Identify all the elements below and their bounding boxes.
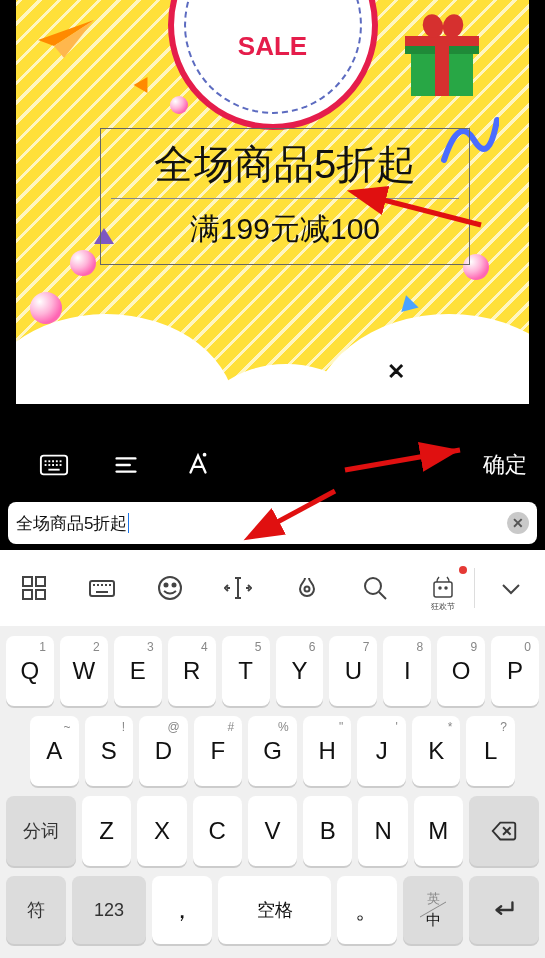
close-icon: ✕ (512, 515, 524, 531)
svg-point-19 (203, 453, 207, 457)
key-d[interactable]: @D (139, 716, 188, 786)
decor-ball-icon (170, 96, 188, 114)
key-c[interactable]: C (193, 796, 242, 866)
key-period[interactable]: 。 (337, 876, 397, 944)
key-r[interactable]: 4R (168, 636, 216, 706)
key-u[interactable]: 7U (329, 636, 377, 706)
ime-mascot-button[interactable]: 狂欢节 (415, 560, 471, 616)
sale-badge: SALE (168, 0, 378, 130)
key-s[interactable]: !S (85, 716, 134, 786)
svg-line-20 (345, 450, 460, 470)
ime-mascot-label: 狂欢节 (431, 601, 455, 612)
text-input-row: 全场商品5折起 ✕ (8, 502, 537, 544)
annotation-arrow-icon (340, 440, 470, 480)
svg-point-41 (445, 587, 447, 589)
key-m[interactable]: M (414, 796, 463, 866)
svg-rect-26 (90, 581, 114, 596)
align-tab-button[interactable] (90, 434, 162, 496)
key-k[interactable]: *K (412, 716, 461, 786)
key-enter[interactable] (469, 876, 539, 944)
close-icon: ✕ (387, 359, 405, 385)
notification-dot-icon (459, 566, 467, 574)
key-h[interactable]: "H (303, 716, 352, 786)
key-f[interactable]: #F (194, 716, 243, 786)
text-edit-toolbar: 确定 (0, 434, 545, 496)
cloud-decor (16, 314, 236, 404)
key-y[interactable]: 6Y (276, 636, 324, 706)
key-e[interactable]: 3E (114, 636, 162, 706)
svg-rect-25 (36, 590, 45, 599)
ime-toolbar: 狂欢节 (0, 550, 545, 626)
key-fenci[interactable]: 分词 (6, 796, 76, 866)
decor-ball-icon (30, 292, 62, 324)
key-p[interactable]: 0P (491, 636, 539, 706)
poster[interactable]: SALE 全场商品5折起 满199元减100 微 (16, 0, 529, 404)
ime-collapse-button[interactable] (483, 560, 539, 616)
decor-ball-icon (70, 250, 96, 276)
svg-line-38 (379, 592, 386, 599)
text-input-value[interactable]: 全场商品5折起 (16, 512, 127, 535)
ime-emoji-button[interactable] (142, 560, 198, 616)
key-w[interactable]: 2W (60, 636, 108, 706)
key-v[interactable]: V (248, 796, 297, 866)
close-text-edit-button[interactable]: ✕ (378, 354, 414, 390)
svg-point-33 (159, 577, 181, 599)
ime-search-button[interactable] (347, 560, 403, 616)
svg-rect-22 (23, 577, 32, 586)
svg-rect-39 (434, 582, 452, 597)
key-o[interactable]: 9O (437, 636, 485, 706)
key-z[interactable]: Z (82, 796, 131, 866)
soft-keyboard: 1Q2W3E4R5T6Y7U8I9O0P ~A!S@D#F%G"H'J*K?L … (0, 626, 545, 958)
ime-grid-button[interactable] (6, 560, 62, 616)
key-symbol[interactable]: 符 (6, 876, 66, 944)
svg-point-34 (165, 584, 168, 587)
key-comma[interactable]: ， (152, 876, 212, 944)
key-t[interactable]: 5T (222, 636, 270, 706)
paper-plane-icon (36, 18, 96, 58)
key-q[interactable]: 1Q (6, 636, 54, 706)
watermark: 微商海报 (427, 363, 507, 390)
key-backspace[interactable] (469, 796, 539, 866)
clear-input-button[interactable]: ✕ (507, 512, 529, 534)
decor-triangle-icon (134, 73, 155, 93)
key-j[interactable]: 'J (357, 716, 406, 786)
key-numeric[interactable]: 123 (72, 876, 146, 944)
key-i[interactable]: 8I (383, 636, 431, 706)
ime-clipboard-button[interactable] (279, 560, 335, 616)
svg-point-35 (173, 584, 176, 587)
svg-rect-24 (23, 590, 32, 599)
sale-text: SALE (238, 31, 307, 62)
ime-keyboard-button[interactable] (74, 560, 130, 616)
key-x[interactable]: X (137, 796, 186, 866)
key-language-toggle[interactable]: 英中 (403, 876, 463, 944)
key-space[interactable]: 空格 (218, 876, 331, 944)
editable-text-box[interactable]: 全场商品5折起 满199元减100 (100, 128, 470, 265)
decor-triangle-icon (397, 293, 418, 312)
confirm-button[interactable]: 确定 (483, 450, 545, 480)
headline-text: 全场商品5折起 (111, 137, 459, 192)
key-g[interactable]: %G (248, 716, 297, 786)
ime-cursor-button[interactable] (210, 560, 266, 616)
svg-point-36 (304, 587, 309, 592)
svg-point-40 (439, 587, 441, 589)
svg-rect-23 (36, 577, 45, 586)
gift-box-icon (403, 18, 481, 96)
font-tab-button[interactable] (162, 434, 234, 496)
keyboard-tab-button[interactable] (18, 434, 90, 496)
editor-canvas: SALE 全场商品5折起 满199元减100 微 (0, 0, 545, 404)
key-l[interactable]: ?L (466, 716, 515, 786)
key-b[interactable]: B (303, 796, 352, 866)
key-n[interactable]: N (358, 796, 407, 866)
text-caret (128, 513, 129, 533)
svg-point-37 (365, 578, 381, 594)
key-a[interactable]: ~A (30, 716, 79, 786)
subhead-text: 满199元减100 (111, 209, 459, 250)
